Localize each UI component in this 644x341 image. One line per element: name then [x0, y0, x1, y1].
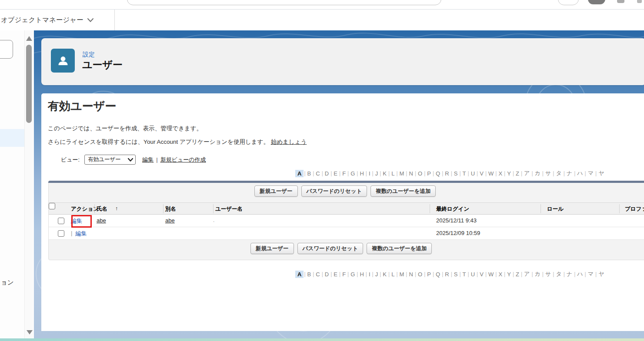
row-checkbox[interactable] [58, 230, 64, 237]
alpha-letter-V[interactable]: V [478, 170, 485, 177]
header-avatar-partial[interactable] [588, 0, 605, 4]
alpha-letter-E[interactable]: E [332, 170, 339, 177]
action-button[interactable]: 新規ユーザー [254, 185, 298, 197]
alpha-letter-Z[interactable]: Z [514, 170, 521, 177]
action-button[interactable]: 複数のユーザーを追加 [370, 185, 436, 197]
scrollbar-up-arrow-icon[interactable] [26, 36, 32, 41]
header-button-partial[interactable] [558, 0, 579, 5]
column-header-last-login[interactable]: 最終ログイン [436, 205, 469, 213]
alpha-letter-R[interactable]: R [443, 170, 450, 177]
get-started-link[interactable]: 始めましょう [271, 139, 307, 145]
alpha-letter-サ[interactable]: サ [544, 270, 553, 278]
alpha-letter-Y[interactable]: Y [505, 271, 513, 278]
alpha-letter-タ[interactable]: タ [554, 169, 563, 177]
edit-link[interactable]: 編集 [75, 230, 87, 238]
alpha-letter-O[interactable]: O [416, 170, 424, 177]
user-alias-link[interactable]: abe [165, 217, 175, 224]
alpha-letter-X[interactable]: X [497, 170, 504, 177]
alpha-letter-U[interactable]: U [469, 271, 477, 278]
alpha-letter-Q[interactable]: Q [434, 170, 442, 177]
action-button[interactable]: 複数のユーザーを追加 [367, 243, 432, 254]
alpha-letter-I[interactable]: I [367, 170, 372, 177]
alpha-letter-ヤ[interactable]: ヤ [597, 270, 606, 278]
view-select-dropdown[interactable]: 有効ユーザー [84, 155, 136, 165]
alpha-letter-B[interactable]: B [306, 170, 313, 177]
sidebar-search-input[interactable] [0, 40, 13, 59]
alpha-letter-L[interactable]: L [390, 170, 396, 177]
alpha-letter-Y[interactable]: Y [505, 170, 513, 177]
alpha-letter-V[interactable]: V [478, 271, 485, 278]
user-name-link[interactable]: abe [97, 217, 106, 224]
alpha-letter-X[interactable]: X [497, 271, 504, 278]
alpha-letter-A[interactable]: A [295, 271, 304, 278]
alpha-letter-J[interactable]: J [374, 271, 380, 278]
column-header-role[interactable]: ロール [547, 205, 564, 213]
alpha-letter-Z[interactable]: Z [514, 271, 521, 278]
alpha-letter-ア[interactable]: ア [522, 270, 531, 278]
alpha-letter-H[interactable]: H [358, 170, 365, 177]
sidebar-item-label[interactable]: ョン [1, 278, 14, 287]
alpha-letter-S[interactable]: S [452, 271, 460, 278]
action-button[interactable]: パスワードのリセット [301, 185, 367, 197]
column-header-profile[interactable]: プロファイル [625, 205, 644, 213]
alpha-letter-N[interactable]: N [407, 170, 414, 177]
alpha-letter-Q[interactable]: Q [434, 271, 442, 278]
alpha-letter-A[interactable]: A [295, 170, 304, 177]
alpha-letter-ハ[interactable]: ハ [575, 270, 584, 278]
alpha-letter-タ[interactable]: タ [554, 270, 563, 278]
tab-object-manager[interactable]: オブジェクトマネージャー [0, 10, 93, 30]
alpha-letter-N[interactable]: N [407, 271, 414, 278]
alpha-letter-K[interactable]: K [381, 271, 388, 278]
alpha-letter-ア[interactable]: ア [522, 169, 531, 177]
alpha-letter-S[interactable]: S [452, 170, 460, 177]
breadcrumb-setup[interactable]: 設定 [83, 51, 95, 59]
alpha-letter-カ[interactable]: カ [533, 169, 542, 177]
alpha-letter-P[interactable]: P [425, 170, 433, 177]
alpha-letter-H[interactable]: H [358, 271, 365, 278]
alpha-letter-I[interactable]: I [367, 271, 372, 278]
alpha-letter-K[interactable]: K [381, 170, 388, 177]
alpha-letter-B[interactable]: B [306, 271, 313, 278]
action-button[interactable]: 新規ユーザー [250, 243, 294, 254]
alpha-letter-F[interactable]: F [340, 271, 347, 278]
sidebar-selected-item[interactable] [0, 129, 24, 147]
action-button[interactable]: パスワードのリセット [297, 243, 364, 254]
alpha-letter-C[interactable]: C [314, 170, 321, 177]
create-view-link[interactable]: 新規ビューの作成 [160, 156, 206, 164]
row-checkbox[interactable] [58, 218, 64, 224]
alpha-letter-D[interactable]: D [323, 271, 330, 278]
column-header-username[interactable]: ユーザー名 [215, 205, 243, 213]
view-edit-link[interactable]: 編集 [142, 156, 153, 164]
alpha-letter-R[interactable]: R [443, 271, 450, 278]
alpha-letter-P[interactable]: P [425, 271, 433, 278]
header-icon-fragment[interactable] [637, 0, 642, 3]
alpha-letter-ヤ[interactable]: ヤ [597, 169, 606, 177]
alpha-letter-W[interactable]: W [487, 271, 495, 278]
alpha-letter-D[interactable]: D [323, 170, 330, 177]
alpha-letter-マ[interactable]: マ [586, 270, 595, 278]
scrollbar-thumb[interactable] [26, 45, 32, 123]
select-all-checkbox[interactable] [49, 203, 55, 209]
alpha-letter-G[interactable]: G [349, 271, 357, 278]
alpha-letter-ハ[interactable]: ハ [575, 169, 584, 177]
alpha-letter-ナ[interactable]: ナ [565, 270, 574, 278]
alpha-letter-T[interactable]: T [461, 170, 468, 177]
alpha-letter-カ[interactable]: カ [533, 270, 542, 278]
alpha-letter-J[interactable]: J [374, 170, 380, 177]
alpha-letter-G[interactable]: G [349, 170, 357, 177]
alpha-letter-サ[interactable]: サ [544, 169, 553, 177]
alpha-letter-E[interactable]: E [332, 271, 339, 278]
alpha-letter-C[interactable]: C [314, 271, 321, 278]
sidebar-scrollbar[interactable] [24, 30, 33, 338]
scrollbar-down-arrow-icon[interactable] [27, 330, 33, 334]
alpha-letter-U[interactable]: U [469, 170, 477, 177]
alpha-letter-M[interactable]: M [398, 271, 406, 278]
alpha-letter-O[interactable]: O [416, 271, 424, 278]
alpha-letter-L[interactable]: L [390, 271, 396, 278]
column-header-name[interactable]: 氏名 [97, 205, 107, 213]
alpha-letter-マ[interactable]: マ [586, 169, 595, 177]
alpha-letter-T[interactable]: T [461, 271, 468, 278]
alpha-letter-M[interactable]: M [398, 170, 406, 177]
header-icon-fragment[interactable] [617, 0, 624, 3]
alpha-letter-W[interactable]: W [487, 170, 495, 177]
